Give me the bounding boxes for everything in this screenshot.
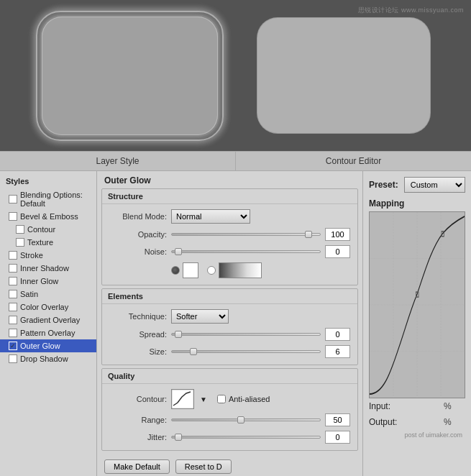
input-label: Input: <box>369 401 412 411</box>
make-default-button[interactable]: Make Default <box>104 459 170 474</box>
sidebar-label-outer-glow: Outer Glow <box>20 342 60 350</box>
size-row: Size: <box>102 343 357 360</box>
size-thumb[interactable] <box>190 348 197 355</box>
anti-alias-group: Anti-aliased <box>217 395 270 403</box>
radio-gradient[interactable] <box>207 266 216 275</box>
technique-select[interactable]: Softer Precise <box>171 309 229 324</box>
technique-row: Technique: Softer Precise <box>102 307 357 326</box>
tab-row: Layer Style Contour Editor <box>0 151 471 171</box>
radio-solid[interactable] <box>171 266 180 275</box>
structure-label: Structure <box>102 192 357 204</box>
technique-label: Technique: <box>109 312 167 321</box>
blend-mode-select[interactable]: Normal Screen Multiply Overlay <box>171 209 250 224</box>
jitter-thumb[interactable] <box>175 434 182 441</box>
jitter-slider[interactable] <box>171 436 321 439</box>
sidebar-item-texture[interactable]: Texture <box>0 236 96 249</box>
gradient-swatch[interactable] <box>219 262 262 278</box>
reset-to-button[interactable]: Reset to D <box>175 459 232 474</box>
blend-mode-label: Blend Mode: <box>109 212 167 221</box>
noise-input[interactable] <box>325 245 350 258</box>
preset-row: Preset: Custom Linear Gaussian <box>369 177 465 193</box>
sidebar-item-pattern-overlay[interactable]: Pattern Overlay <box>0 326 96 339</box>
sidebar-label-blending: Blending Options: Default <box>20 191 91 208</box>
sidebar-label-pattern-overlay: Pattern Overlay <box>20 329 75 337</box>
sidebar-chk-texture <box>16 238 24 247</box>
sidebar-item-blending[interactable]: Blending Options: Default <box>0 188 96 210</box>
sidebar-item-contour[interactable]: Contour <box>0 223 96 236</box>
sidebar-chk-contour <box>16 225 24 234</box>
sidebar-item-bevel[interactable]: Bevel & Emboss <box>0 210 96 223</box>
blend-mode-row: Blend Mode: Normal Screen Multiply Overl… <box>102 207 357 226</box>
spread-input[interactable] <box>325 328 350 341</box>
input-unit: % <box>444 401 452 411</box>
contour-arrow[interactable]: ▼ <box>200 395 207 403</box>
noise-slider[interactable] <box>171 250 321 253</box>
range-slider[interactable] <box>171 418 321 421</box>
contour-row: Contour: ▼ Anti-aliased <box>102 387 357 411</box>
spread-slider[interactable] <box>171 333 321 336</box>
tab-layer-style[interactable]: Layer Style <box>0 152 236 170</box>
sidebar-label-texture: Texture <box>27 238 53 247</box>
anti-alias-checkbox[interactable] <box>217 395 226 403</box>
tab-contour-editor[interactable]: Contour Editor <box>236 152 471 170</box>
anti-alias-label: Anti-aliased <box>229 395 270 403</box>
sidebar-item-inner-glow[interactable]: Inner Glow <box>0 275 96 288</box>
right-panel: Preset: Custom Linear Gaussian Mapping <box>363 171 471 476</box>
jitter-row: Jitter: <box>102 429 357 446</box>
sidebar-item-drop-shadow[interactable]: Drop Shadow <box>0 352 96 365</box>
sidebar-label-bevel: Bevel & Emboss <box>20 212 78 221</box>
sidebar-chk-stroke <box>9 251 17 260</box>
main-content: Styles Blending Options: Default Bevel &… <box>0 171 471 476</box>
sidebar-item-gradient-overlay[interactable]: Gradient Overlay <box>0 313 96 326</box>
opacity-slider[interactable] <box>171 233 321 236</box>
opacity-label: Opacity: <box>109 230 167 239</box>
sidebar-item-outer-glow[interactable]: ✓ Outer Glow <box>0 339 96 352</box>
noise-thumb[interactable] <box>175 248 182 255</box>
footer: post of uimaker.com <box>369 430 465 440</box>
preview-area: 思锐设计论坛 www.missyuan.com <box>0 0 471 151</box>
contour-label: Contour: <box>109 395 167 403</box>
watermark: 思锐设计论坛 www.missyuan.com <box>358 6 464 15</box>
jitter-input[interactable] <box>325 431 350 444</box>
sidebar-item-inner-shadow[interactable]: Inner Shadow <box>0 262 96 275</box>
output-unit: % <box>444 417 452 427</box>
sidebar-chk-gradient-overlay <box>9 316 17 324</box>
size-label: Size: <box>109 347 167 356</box>
contour-editor-canvas[interactable] <box>369 211 465 398</box>
range-thumb[interactable] <box>237 416 244 424</box>
sidebar-chk-bevel <box>9 212 17 221</box>
sidebar-chk-outer-glow: ✓ <box>9 342 17 350</box>
sidebar: Styles Blending Options: Default Bevel &… <box>0 171 97 476</box>
contour-curve-svg <box>370 212 465 398</box>
size-slider[interactable] <box>171 350 321 353</box>
sidebar-chk-satin <box>9 290 17 298</box>
spread-thumb[interactable] <box>175 331 182 338</box>
preview-right <box>257 18 430 133</box>
solid-color-swatch[interactable] <box>183 262 198 278</box>
range-input[interactable] <box>325 413 350 426</box>
sidebar-label-gradient-overlay: Gradient Overlay <box>20 316 80 324</box>
opacity-thumb[interactable] <box>305 231 312 238</box>
middle-panel: Outer Glow Structure Blend Mode: Normal … <box>97 171 363 476</box>
output-row: Output: % <box>369 414 465 430</box>
spread-label: Spread: <box>109 330 167 339</box>
color-row <box>102 260 357 280</box>
input-row: Input: % <box>369 398 465 414</box>
jitter-label: Jitter: <box>109 433 167 441</box>
mapping-label: Mapping <box>369 198 465 209</box>
range-label: Range: <box>109 416 167 424</box>
preset-label: Preset: <box>369 180 398 190</box>
opacity-input[interactable] <box>325 228 350 241</box>
sidebar-item-stroke[interactable]: Stroke <box>0 249 96 262</box>
sidebar-chk-inner-shadow <box>9 264 17 273</box>
sidebar-item-satin[interactable]: Satin <box>0 288 96 301</box>
size-input[interactable] <box>325 345 350 358</box>
sidebar-label-inner-shadow: Inner Shadow <box>20 264 69 273</box>
sidebar-label-inner-glow: Inner Glow <box>20 277 58 285</box>
quality-label: Quality <box>102 372 357 384</box>
sidebar-chk-color-overlay <box>9 303 17 311</box>
preset-select[interactable]: Custom Linear Gaussian <box>404 177 465 193</box>
output-label: Output: <box>369 417 412 427</box>
sidebar-item-color-overlay[interactable]: Color Overlay <box>0 301 96 313</box>
contour-thumbnail[interactable] <box>171 389 194 409</box>
